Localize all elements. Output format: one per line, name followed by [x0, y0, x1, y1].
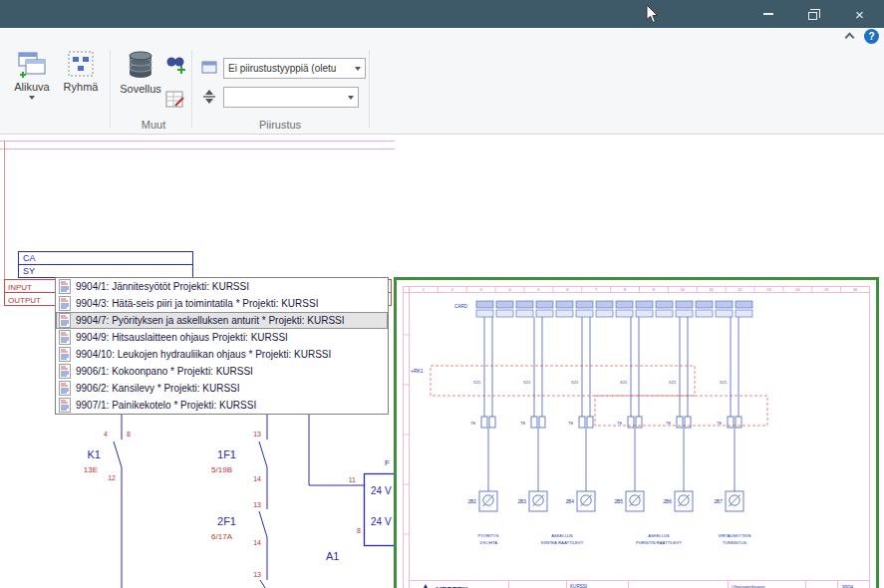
- ruler-numbers: 12345678910111213141516: [410, 286, 859, 293]
- ryhma-button[interactable]: Ryhmä: [58, 50, 104, 93]
- scale-combo[interactable]: [223, 87, 359, 108]
- alikuva-label: Alikuva: [14, 81, 49, 93]
- document-dropdown-list: 9904/1: Jännitesyötöt Projekti: KURSSI 9…: [55, 277, 389, 415]
- svg-text:6/17A: 6/17A: [211, 532, 233, 541]
- sensor-column: X21TE2B4: [565, 317, 595, 511]
- document-list-item[interactable]: 9907/1: Painikekotelo * Projekti: KURSSI: [56, 397, 388, 414]
- alikuva-button[interactable]: Alikuva: [8, 50, 56, 100]
- svg-text:1: 1: [423, 287, 426, 292]
- sovellus-button[interactable]: Sovellus: [116, 50, 165, 95]
- svg-text:3: 3: [480, 287, 483, 292]
- document-list-item-label: 9906/1: Kokoonpano * Projekti: KURSSI: [76, 366, 253, 377]
- svg-text:4: 4: [104, 431, 108, 438]
- document-list-item[interactable]: 9904/10: Leukojen hydrauliikan ohjaus * …: [56, 346, 388, 363]
- svg-text:TE: TE: [568, 421, 573, 426]
- svg-text:TE: TE: [520, 421, 525, 426]
- restore-button[interactable]: [790, 0, 835, 28]
- svg-text:13: 13: [253, 431, 261, 438]
- drawing-type-combo[interactable]: Ei piirustustyyppiä (oletu: [223, 58, 366, 79]
- chevron-down-icon[interactable]: [348, 96, 354, 100]
- svg-text:ASKELLUS: ASKELLUS: [648, 533, 670, 538]
- binoculars-plus-icon: [164, 53, 186, 75]
- edit-form-button[interactable]: [163, 88, 187, 112]
- drawing-file-icon: [59, 347, 71, 362]
- svg-text:2B2: 2B2: [467, 499, 476, 504]
- document-list-item-label: 9904/3: Hätä-seis piiri ja toimintatila …: [76, 298, 318, 309]
- group-label-piirustus: Piirustus: [191, 119, 369, 131]
- document-list-item[interactable]: 9904/3: Hätä-seis piiri ja toimintatila …: [56, 295, 388, 312]
- svg-text:16: 16: [853, 287, 858, 292]
- document-list-item[interactable]: 9904/1: Jännitesyötöt Projekti: KURSSI: [56, 278, 388, 295]
- ryhma-label: Ryhmä: [64, 81, 99, 93]
- title-block-text: KURSSI Vertex Systems Oy Ohjauspiirikaav…: [570, 584, 853, 588]
- drawing-type-value: Ei piirustustyyppiä (oletu: [228, 63, 336, 74]
- svg-text:12: 12: [108, 474, 116, 481]
- svg-text:KURSSI: KURSSI: [570, 584, 587, 588]
- chevron-down-icon[interactable]: [355, 67, 361, 71]
- svg-text:'0'KOHTA: '0'KOHTA: [479, 540, 497, 545]
- svg-text:2B6: 2B6: [663, 499, 672, 504]
- fit-levels-icon: [200, 88, 218, 106]
- svg-text:X21: X21: [720, 380, 728, 385]
- restore-icon: [808, 12, 817, 20]
- subpicture-icon: [16, 50, 48, 78]
- sensor-column: X21TE2B5: [614, 317, 644, 511]
- drawing-file-icon: [59, 296, 71, 311]
- drawing-file-icon: [59, 313, 71, 328]
- svg-text:KIINTEÄ RAATTILEVY: KIINTEÄ RAATTILEVY: [541, 540, 584, 545]
- sensor-column: X21TE2B6: [663, 317, 693, 511]
- svg-text:2B7: 2B7: [714, 499, 723, 504]
- document-list-item[interactable]: 9906/1: Kokoonpano * Projekti: KURSSI: [56, 363, 388, 380]
- drawing-file-icon: [59, 398, 71, 413]
- ribbon-separator: [191, 50, 192, 128]
- svg-text:13: 13: [253, 501, 261, 508]
- ribbon-collapse-button[interactable]: [841, 30, 857, 44]
- drawing-preview-panel[interactable]: 12345678910111213141516 CARD +RK1 X21TE2…: [394, 277, 879, 588]
- close-button[interactable]: ×: [835, 0, 884, 28]
- svg-text:9904: 9904: [842, 584, 853, 588]
- card-label: CARD: [454, 304, 468, 309]
- svg-text:Ohjauspiirikaavio: Ohjauspiirikaavio: [732, 584, 765, 588]
- help-button[interactable]: ?: [864, 29, 879, 44]
- form-edit-icon: [164, 89, 186, 111]
- scale-icon-button[interactable]: [199, 87, 219, 107]
- document-list-item[interactable]: 9906/2: Kansilevy * Projekti: KURSSI: [56, 380, 388, 397]
- svg-text:TE: TE: [617, 421, 622, 426]
- chevron-down-icon: [29, 96, 35, 100]
- svg-text:A1: A1: [326, 550, 339, 562]
- document-list-item[interactable]: 9904/9: Hitsauslaitteen ohjaus Projekti:…: [56, 329, 388, 346]
- minimize-button[interactable]: [745, 0, 790, 28]
- minimize-icon: [763, 13, 773, 15]
- database-icon: [128, 50, 153, 80]
- svg-text:4: 4: [508, 287, 511, 292]
- svg-text:2: 2: [451, 287, 454, 292]
- svg-text:8: 8: [624, 287, 627, 292]
- svg-text:10: 10: [681, 287, 686, 292]
- document-list-item-label: 9907/1: Painikekotelo * Projekti: KURSSI: [76, 400, 256, 411]
- ribbon-separator: [369, 50, 370, 128]
- svg-text:24 V: 24 V: [371, 485, 392, 496]
- svg-text:X21: X21: [669, 380, 677, 385]
- svg-text:1F1: 1F1: [217, 448, 236, 460]
- svg-text:2B5: 2B5: [614, 499, 623, 504]
- drawing-frame-icon: [200, 59, 218, 77]
- drawing-file-icon: [59, 381, 71, 396]
- svg-text:INPUT: INPUT: [8, 283, 32, 292]
- drawing-canvas[interactable]: CA SY INPUT 00000 00001 OUTPUT 0020 B0 A…: [0, 135, 884, 588]
- document-list-item-selected[interactable]: 9904/7: Pyörityksen ja askelluksen antur…: [56, 312, 388, 329]
- svg-text:F: F: [385, 458, 390, 467]
- svg-text:2B3: 2B3: [517, 499, 526, 504]
- svg-text:11: 11: [710, 287, 715, 292]
- svg-text:2F1: 2F1: [217, 515, 236, 527]
- svg-text:13: 13: [253, 571, 261, 578]
- search-add-button[interactable]: [163, 52, 187, 76]
- svg-text:TE: TE: [666, 421, 671, 426]
- svg-text:13: 13: [766, 287, 771, 292]
- svg-text:9: 9: [653, 287, 656, 292]
- svg-text:6: 6: [566, 287, 569, 292]
- ribbon-top-strip: ?: [0, 28, 884, 46]
- drawing-type-icon-button[interactable]: [199, 58, 219, 78]
- svg-text:8: 8: [127, 431, 131, 438]
- drawing-file-icon: [59, 364, 71, 379]
- bus-table: CA SY: [19, 252, 193, 278]
